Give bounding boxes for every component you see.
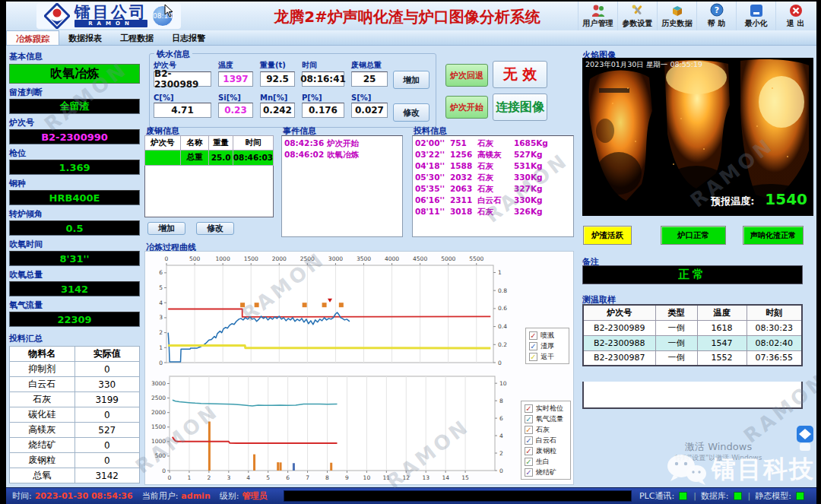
table-row[interactable]: 石灰3199 (10, 392, 140, 407)
tab-smelting-tracking[interactable]: 冶炼跟踪 (6, 30, 59, 45)
tilt-angle-value: 0.5 (9, 220, 140, 236)
weight-input[interactable]: 92.5 (260, 71, 295, 87)
svg-text:5500: 5500 (469, 255, 483, 262)
hot-metal-add-button[interactable]: 增加 (393, 71, 430, 89)
table-row[interactable]: 总氧3142 (10, 468, 140, 483)
process-curve-panel: 0500100015002000250030003500400045005000… (144, 251, 574, 485)
svg-text:9: 9 (345, 474, 349, 481)
list-item: 08'11''3018石灰326Kg (415, 206, 571, 217)
static-model-label: 静态模型: (755, 490, 791, 502)
table-row[interactable]: 废钢粒0 (10, 453, 140, 468)
heat-start-button[interactable]: 炉次开始 (445, 96, 488, 119)
legend-checkbox[interactable]: ✓ (525, 404, 533, 413)
svg-text:10: 10 (499, 380, 507, 387)
table-row[interactable]: B2-2300988一倒 154708:02:40 (583, 335, 802, 350)
heat-rollback-button[interactable]: 炉次回退 (445, 64, 488, 87)
svg-text:1: 1 (188, 474, 192, 481)
svg-text:2500: 2500 (151, 395, 166, 401)
legend-checkbox[interactable]: ✓ (529, 353, 537, 361)
wrench-icon (630, 4, 645, 17)
carbon-input[interactable]: 4.71 (154, 103, 211, 118)
svg-text:5: 5 (159, 284, 163, 291)
svg-text:4: 4 (499, 433, 503, 439)
svg-text:1: 1 (498, 269, 502, 276)
sonar-slag-normal-indicator[interactable]: 声呐化渣正常 (743, 226, 804, 245)
svg-text:0.4: 0.4 (498, 323, 507, 330)
svg-text:0.2: 0.2 (498, 341, 507, 348)
help-button[interactable]: ? 帮 助 (696, 2, 736, 30)
lower-chart-legend: ✓实时枪位 ✓氧气流量 ✓石灰 ✓白云石 ✓废钢粒 ✓生白 ✓烧结矿 (521, 401, 571, 480)
feeding-list[interactable]: 02'00''751石灰1685Kg 03'22''1256高镁灰527Kg 0… (412, 135, 574, 237)
svg-text:?: ? (714, 5, 718, 15)
sulfur-input[interactable]: 0.027 (351, 103, 388, 118)
svg-text:0: 0 (499, 468, 503, 474)
blow-time-value: 8'31'' (9, 251, 140, 266)
time-input[interactable]: 08:16:41 (302, 71, 344, 87)
legend-checkbox[interactable]: ✓ (525, 436, 533, 445)
tab-data-report[interactable]: 数据报表 (59, 30, 111, 45)
database-led (734, 492, 742, 500)
furnace-mouth-normal-indicator[interactable]: 炉口正常 (661, 226, 726, 245)
connect-image-button[interactable]: 连接图像 (493, 94, 547, 121)
table-row[interactable]: B2-2300989一倒 161808:30:23 (583, 320, 802, 335)
history-data-button[interactable]: 历史数据 (657, 2, 696, 30)
list-item: 05'30''2032石灰330Kg (415, 172, 571, 183)
phosphorus-input[interactable]: 0.176 (302, 103, 344, 118)
event-list[interactable]: 08:42:36 炉次开始 08:46:02 吹氧冶炼 (281, 135, 403, 237)
svg-text:2: 2 (499, 450, 503, 457)
parameter-settings-button[interactable]: 参数设置 (617, 2, 657, 30)
tab-engineering-data[interactable]: 工程数据 (111, 30, 163, 45)
manganese-input[interactable]: 0.242 (260, 103, 295, 118)
heat-no-label: 炉次号 (9, 117, 140, 128)
legend-checkbox[interactable]: ✓ (525, 468, 533, 477)
steel-grade-label: 钢种 (9, 178, 140, 189)
tab-log-alarm[interactable]: 日志报警 (163, 30, 214, 45)
svg-text:0: 0 (168, 474, 172, 481)
silicon-input[interactable]: 0.23 (218, 103, 253, 118)
legend-checkbox[interactable]: ✓ (529, 331, 537, 340)
scrap-total-input[interactable]: 25 (351, 71, 388, 87)
legend-checkbox[interactable]: ✓ (525, 415, 533, 423)
legend-checkbox[interactable]: ✓ (525, 458, 533, 466)
legend-checkbox[interactable]: ✓ (525, 426, 533, 434)
table-row[interactable]: 总重 25.0 08:46:03 (145, 151, 274, 165)
basic-info-label: 基本信息 (9, 51, 140, 62)
table-row[interactable]: 高镁灰527 (10, 423, 140, 438)
svg-text:5000: 5000 (441, 255, 455, 262)
smelting-mode-indicator: 吹氧冶炼 (9, 64, 140, 84)
database-label: 数据库: (701, 490, 729, 502)
scrap-modify-button[interactable]: 修改 (196, 222, 234, 235)
temperature-input[interactable]: 1397 (218, 71, 253, 87)
svg-text:1500: 1500 (151, 423, 166, 430)
table-row[interactable]: 抑制剂0 (10, 362, 140, 377)
table-row[interactable]: 白云石330 (10, 377, 140, 392)
lance-pos-label: 枪位 (9, 147, 140, 159)
svg-text:0: 0 (162, 468, 166, 474)
list-item: 05'35''2063石灰327Kg (415, 183, 571, 195)
table-row[interactable]: 碳化硅0 (10, 407, 140, 423)
slag-active-indicator[interactable]: 炉渣活跃 (583, 226, 632, 245)
invalid-button[interactable]: 无 效 (493, 61, 547, 88)
svg-text:0.6: 0.6 (498, 305, 507, 312)
minimize-button[interactable]: 最小化 (736, 2, 775, 30)
svg-text:11: 11 (383, 474, 391, 481)
heat-no-input[interactable]: B2-2300989 (154, 71, 211, 87)
heat-no-value: B2-2300990 (9, 129, 140, 144)
svg-text:3000: 3000 (151, 380, 166, 387)
legend-checkbox[interactable]: ✓ (529, 342, 537, 350)
level-value: 管理员 (242, 490, 267, 502)
legend-checkbox[interactable]: ✓ (525, 447, 533, 455)
table-row[interactable]: 烧结矿0 (10, 438, 140, 453)
remote-access-icon[interactable] (797, 426, 813, 455)
app-window: 镭目公司 RAMON 08:14 龙腾2#炉声呐化渣与炉口图像分析系统 用户管理 (6, 2, 816, 504)
minimize-icon (749, 4, 764, 17)
sampling-table: 炉次号 类型 温度 时刻 B2-2300989一倒 161808:30:23 B… (582, 304, 803, 366)
hot-metal-modify-button[interactable]: 修改 (393, 103, 430, 122)
user-management-button[interactable]: 用户管理 (578, 2, 617, 30)
exit-button[interactable]: 退 出 (775, 2, 815, 30)
svg-text:2000: 2000 (272, 255, 287, 262)
flame-timestamp: 2023年01月30日 星期一 08:55:19 (585, 60, 702, 70)
scrap-add-button[interactable]: 增加 (147, 222, 185, 235)
right-panel: 火焰图像 (580, 47, 816, 487)
table-row[interactable]: B2-2300987一倒 155207:36:55 (583, 350, 802, 366)
